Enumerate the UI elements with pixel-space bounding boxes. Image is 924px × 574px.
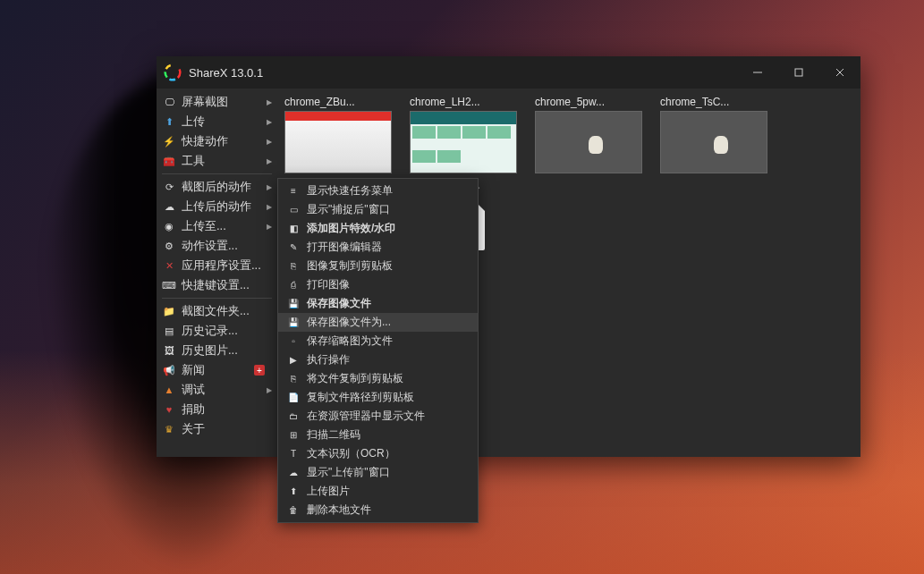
sidebar-item-icon: ⟳ bbox=[162, 180, 176, 194]
titlebar: ShareX 13.0.1 bbox=[157, 56, 860, 89]
sidebar-item-icon: ▤ bbox=[162, 324, 176, 338]
submenu-item[interactable]: 🗀在资源管理器中显示文件 bbox=[278, 407, 478, 426]
submenu-item[interactable]: 💾保存图像文件 bbox=[278, 294, 478, 313]
sidebar-item[interactable]: 📢新闻+ bbox=[157, 360, 277, 380]
sidebar-item-label: 新闻 bbox=[182, 362, 205, 378]
submenu-item[interactable]: ✎打开图像编辑器 bbox=[278, 238, 478, 257]
sidebar-item-label: 历史记录... bbox=[182, 323, 238, 339]
submenu-item-icon: ⎘ bbox=[285, 259, 301, 274]
sidebar-item[interactable]: 🖼历史图片... bbox=[157, 341, 277, 360]
submenu-item-icon: ⊞ bbox=[285, 428, 301, 443]
thumbnail-label: chrome_LH2... bbox=[410, 96, 526, 108]
thumbnail-item[interactable]: chrome_5pw... bbox=[535, 96, 651, 173]
sidebar-item[interactable]: ⚙动作设置... bbox=[157, 236, 277, 256]
sidebar-separator bbox=[162, 298, 272, 299]
sidebar-item[interactable]: 🧰工具▶ bbox=[157, 151, 277, 171]
sidebar-item-label: 上传 bbox=[182, 114, 205, 130]
submenu-item[interactable]: ◧添加图片特效/水印 bbox=[278, 219, 478, 238]
submenu-item-label: 执行操作 bbox=[307, 352, 350, 367]
submenu-item-icon: 💾 bbox=[285, 316, 301, 330]
submenu-item[interactable]: ⬆上传图片 bbox=[278, 482, 478, 501]
submenu-item-icon: ⎙ bbox=[285, 278, 301, 292]
submenu-item[interactable]: 🗑删除本地文件 bbox=[278, 501, 478, 519]
sidebar-item-icon: ◉ bbox=[162, 219, 176, 233]
submenu-item-label: 添加图片特效/水印 bbox=[307, 221, 395, 236]
sidebar-item-label: 调试 bbox=[182, 382, 205, 398]
submenu-item-label: 保存图像文件 bbox=[307, 296, 371, 311]
chevron-right-icon: ▶ bbox=[267, 203, 272, 211]
submenu-item-label: 显示"捕捉后"窗口 bbox=[307, 202, 390, 217]
sidebar-item[interactable]: 🖵屏幕截图▶ bbox=[157, 92, 277, 112]
window-title: ShareX 13.0.1 bbox=[189, 66, 737, 80]
submenu-item-icon: 🗀 bbox=[285, 409, 301, 424]
sidebar-item-icon: ⚡ bbox=[162, 134, 176, 148]
submenu-item-label: 删除本地文件 bbox=[307, 502, 371, 518]
submenu-item[interactable]: ⎙打印图像 bbox=[278, 275, 478, 294]
sidebar-item-label: 工具 bbox=[182, 153, 205, 169]
sidebar-item[interactable]: ☁上传后的动作▶ bbox=[157, 197, 277, 216]
sidebar-item-icon: 📁 bbox=[162, 304, 176, 318]
svg-rect-5 bbox=[795, 69, 802, 76]
submenu-item[interactable]: ≡显示快速任务菜单 bbox=[278, 181, 478, 200]
sidebar-item-icon: ⌨ bbox=[162, 278, 176, 292]
submenu-item[interactable]: ▶执行操作 bbox=[278, 350, 478, 369]
sidebar-item-label: 屏幕截图 bbox=[182, 94, 228, 110]
sidebar-item[interactable]: ◉上传至...▶ bbox=[157, 216, 277, 236]
thumbnail-label: chrome_TsC... bbox=[660, 96, 776, 108]
submenu-item-icon: ▫ bbox=[285, 334, 301, 349]
maximize-button[interactable] bbox=[778, 56, 819, 89]
submenu-item-label: 将文件复制到剪贴板 bbox=[307, 371, 403, 386]
sidebar-item-icon: ♥ bbox=[162, 402, 176, 417]
thumbnail-item[interactable]: chrome_TsC... bbox=[660, 96, 776, 173]
sidebar-item-icon: ☁ bbox=[162, 199, 176, 214]
submenu-item-icon: 🗑 bbox=[285, 503, 301, 518]
submenu-item-label: 复制文件路径到剪贴板 bbox=[307, 390, 414, 405]
submenu-item[interactable]: ⊞扫描二维码 bbox=[278, 426, 478, 444]
sidebar-item[interactable]: ⚡快捷动作▶ bbox=[157, 131, 277, 151]
minimize-button[interactable] bbox=[737, 56, 778, 89]
submenu-item-icon: ◧ bbox=[285, 222, 301, 236]
sidebar-item-label: 截图后的动作 bbox=[182, 179, 251, 195]
thumbnail-item[interactable]: chrome_ZBu... bbox=[284, 96, 401, 173]
submenu-item[interactable]: T文本识别（OCR） bbox=[278, 444, 478, 463]
sidebar-item[interactable]: ⌨快捷键设置... bbox=[157, 275, 277, 295]
submenu-item-icon: ✎ bbox=[285, 241, 301, 255]
submenu-item[interactable]: ⎘将文件复制到剪贴板 bbox=[278, 369, 478, 388]
sidebar-item[interactable]: ▲调试▶ bbox=[157, 380, 277, 400]
submenu-item-label: 打开图像编辑器 bbox=[307, 240, 382, 255]
sidebar-item[interactable]: ♥捐助 bbox=[157, 400, 277, 419]
submenu-item-icon: 📄 bbox=[285, 391, 301, 405]
submenu-item-label: 打印图像 bbox=[307, 277, 350, 292]
after-capture-submenu: ≡显示快速任务菜单▭显示"捕捉后"窗口◧添加图片特效/水印✎打开图像编辑器⎘图像… bbox=[277, 178, 479, 523]
chevron-right-icon: ▶ bbox=[267, 223, 272, 231]
thumbnail-image bbox=[660, 111, 767, 173]
sidebar-item[interactable]: ▤历史记录... bbox=[157, 321, 277, 341]
chevron-right-icon: ▶ bbox=[267, 157, 272, 165]
sidebar-item[interactable]: ⟳截图后的动作▶ bbox=[157, 177, 277, 197]
app-window: ShareX 13.0.1 🖵屏幕截图▶⬆上传▶⚡快捷动作▶🧰工具▶⟳截图后的动… bbox=[157, 56, 860, 457]
submenu-item[interactable]: ☁显示"上传前"窗口 bbox=[278, 463, 478, 482]
sidebar-item-label: 快捷键设置... bbox=[182, 277, 250, 293]
submenu-item-label: 图像复制到剪贴板 bbox=[307, 258, 393, 274]
submenu-item[interactable]: ⎘图像复制到剪贴板 bbox=[278, 257, 478, 275]
submenu-item-label: 上传图片 bbox=[307, 484, 350, 499]
thumbnail-item[interactable]: chrome_LH2... bbox=[410, 96, 526, 173]
sidebar-item[interactable]: ✕应用程序设置... bbox=[157, 256, 277, 275]
submenu-item-icon: ▭ bbox=[285, 203, 301, 217]
submenu-item-label: 显示"上传前"窗口 bbox=[307, 465, 390, 480]
sidebar-item-icon: ♛ bbox=[162, 422, 176, 436]
submenu-item-icon: 💾 bbox=[285, 297, 301, 311]
sidebar-item-label: 上传至... bbox=[182, 218, 226, 234]
sidebar-item-label: 关于 bbox=[182, 421, 205, 437]
sidebar-item[interactable]: ⬆上传▶ bbox=[157, 112, 277, 131]
sidebar-item[interactable]: ♛关于 bbox=[157, 419, 277, 439]
badge-icon: + bbox=[254, 365, 265, 376]
submenu-item[interactable]: 📄复制文件路径到剪贴板 bbox=[278, 388, 478, 407]
sidebar-item[interactable]: 📁截图文件夹... bbox=[157, 301, 277, 321]
submenu-item[interactable]: 💾保存图像文件为... bbox=[278, 313, 478, 332]
sidebar-item-icon: 📢 bbox=[162, 363, 176, 377]
thumbnail-label: chrome_ZBu... bbox=[284, 96, 401, 108]
close-button[interactable] bbox=[819, 56, 860, 89]
submenu-item[interactable]: ▭显示"捕捉后"窗口 bbox=[278, 200, 478, 219]
submenu-item[interactable]: ▫保存缩略图为文件 bbox=[278, 332, 478, 350]
